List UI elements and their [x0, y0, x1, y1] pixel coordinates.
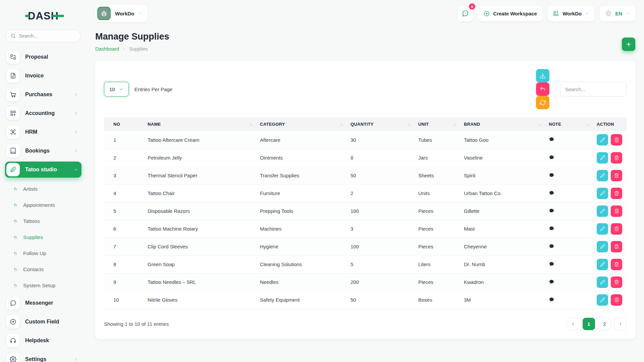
pencil-icon	[600, 208, 605, 214]
pencil-icon	[600, 262, 605, 267]
back-button[interactable]	[536, 82, 549, 96]
chat-bubble-icon[interactable]	[549, 172, 554, 178]
chat-bubble-icon[interactable]	[549, 136, 554, 142]
column-header-note[interactable]: NOTE↑↓	[545, 117, 593, 131]
edit-button[interactable]	[597, 152, 608, 164]
chat-bubble-icon[interactable]	[549, 297, 554, 302]
edit-button[interactable]	[597, 259, 608, 270]
cell-note	[545, 220, 593, 238]
invoice-icon	[6, 69, 20, 82]
cell-no: 1	[104, 131, 144, 149]
chat-bubble-icon[interactable]	[549, 243, 554, 249]
pagination-page-1[interactable]: 1	[583, 318, 595, 330]
add-supply-button[interactable]: +	[622, 38, 635, 51]
cell-brand: Mast	[460, 220, 545, 238]
messages-badge: 0	[469, 3, 475, 10]
column-header-quantity[interactable]: QUANTITY↑↓	[346, 117, 414, 131]
sidebar-item-tatoo-studio[interactable]: Tatoo studio	[5, 162, 82, 178]
cell-unit: Tubes	[414, 131, 460, 149]
chat-bubble-icon[interactable]	[549, 208, 554, 214]
delete-button[interactable]	[611, 277, 622, 288]
sidebar-item-hrm[interactable]: HRM	[5, 124, 82, 140]
entries-per-page-select[interactable]: 10	[104, 82, 129, 97]
trash-icon	[614, 297, 619, 302]
edit-button[interactable]	[597, 188, 608, 199]
language-selector[interactable]: EN	[600, 6, 635, 21]
sidebar-subitem-follow-up[interactable]: Follow Up	[5, 245, 82, 261]
sidebar-subitem-supplies[interactable]: Supplies	[5, 229, 82, 245]
delete-button[interactable]	[611, 170, 622, 181]
sidebar-search	[6, 29, 81, 42]
bullet-icon	[13, 187, 18, 191]
sidebar-item-accounting[interactable]: Accounting	[5, 105, 82, 121]
edit-button[interactable]	[597, 223, 608, 235]
bullet-icon	[13, 235, 18, 240]
sidebar-item-proposal[interactable]: Proposal	[5, 49, 82, 65]
messages-button[interactable]: 0	[458, 6, 473, 21]
column-label: NOTE	[549, 122, 561, 127]
sidebar-item-messenger[interactable]: Messenger	[5, 295, 82, 311]
chevron-left-icon	[571, 321, 576, 326]
delete-button[interactable]	[611, 205, 622, 217]
sidebar-subitem-contacts[interactable]: Contacts	[5, 261, 82, 278]
cell-name: Tattoo Needles – 5RL	[144, 273, 256, 291]
edit-button[interactable]	[597, 294, 608, 306]
delete-button[interactable]	[611, 223, 622, 235]
entries-per-page-value: 10	[109, 86, 115, 92]
chat-bubble-icon[interactable]	[549, 155, 554, 160]
sidebar-subitem-label: Artists	[23, 186, 38, 192]
chat-bubble-icon[interactable]	[549, 190, 554, 196]
sidebar-item-helpdesk[interactable]: Helpdesk	[5, 333, 82, 349]
column-header-category[interactable]: CATEGORY↑↓	[256, 117, 346, 131]
chevron-right-icon	[618, 321, 623, 326]
brand-logo[interactable]: DASH	[0, 7, 87, 25]
delete-button[interactable]	[611, 241, 622, 252]
column-label: QUANTITY	[351, 122, 374, 127]
table-search-input[interactable]	[560, 82, 627, 97]
edit-button[interactable]	[597, 134, 608, 145]
pagination-page-2[interactable]: 2	[598, 318, 611, 330]
sidebar-item-purchases[interactable]: Purchases	[5, 86, 82, 103]
edit-button[interactable]	[597, 205, 608, 217]
delete-button[interactable]	[611, 188, 622, 199]
delete-button[interactable]	[611, 259, 622, 270]
sidebar-subitem-label: System Setup	[23, 283, 56, 289]
sidebar-subitem-artists[interactable]: Artists	[5, 181, 82, 197]
sidebar-item-label: HRM	[25, 129, 74, 135]
breadcrumb-dashboard[interactable]: Dashboard	[95, 46, 119, 52]
delete-button[interactable]	[611, 134, 622, 145]
sort-icon: ↑↓	[408, 122, 410, 126]
chat-bubble-icon[interactable]	[549, 261, 554, 267]
export-button[interactable]	[536, 69, 549, 82]
column-header-brand[interactable]: BRAND↑↓	[460, 117, 545, 131]
reload-button[interactable]	[536, 96, 549, 109]
sidebar-item-bookings[interactable]: Bookings	[5, 143, 82, 159]
sidebar-subitem-system-setup[interactable]: System Setup	[5, 278, 82, 294]
sidebar-subitem-appointments[interactable]: Appointments	[5, 197, 82, 213]
plus-circle-icon	[483, 10, 490, 17]
trash-icon	[614, 208, 619, 214]
sidebar-subitem-tattoos[interactable]: Tattoos	[5, 213, 82, 229]
chevron-down-icon	[74, 167, 78, 172]
pagination-prev-button[interactable]	[567, 318, 579, 330]
pagination-next-button[interactable]	[614, 318, 627, 330]
chat-bubble-icon[interactable]	[549, 226, 554, 231]
column-header-unit[interactable]: UNIT↑↓	[414, 117, 460, 131]
plus-icon: +	[626, 40, 631, 49]
edit-button[interactable]	[597, 277, 608, 288]
workspace-selector[interactable]: WorkDo	[95, 5, 148, 22]
sidebar-item-settings[interactable]: Settings	[5, 351, 82, 362]
sidebar-item-invoice[interactable]: Invoice	[5, 68, 82, 84]
app-switcher[interactable]: WorkDo	[547, 6, 595, 21]
cell-note	[545, 149, 593, 167]
edit-button[interactable]	[597, 170, 608, 181]
create-workspace-button[interactable]: Create Workspace	[478, 6, 542, 21]
sidebar-item-custom-field[interactable]: Custom Field	[5, 314, 82, 330]
sidebar-search-input[interactable]	[6, 29, 81, 42]
delete-button[interactable]	[611, 152, 622, 164]
chat-bubble-icon[interactable]	[549, 279, 554, 285]
edit-button[interactable]	[597, 241, 608, 252]
column-header-action: ACTION	[593, 117, 627, 131]
column-header-name[interactable]: NAME↑↓	[144, 117, 256, 131]
delete-button[interactable]	[611, 294, 622, 306]
